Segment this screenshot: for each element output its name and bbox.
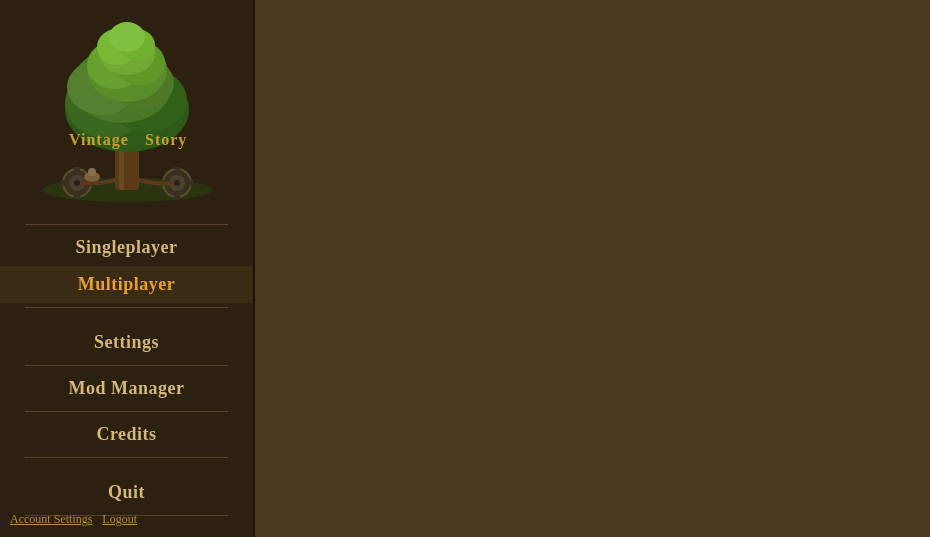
sidebar-item-mod-manager[interactable]: Mod Manager xyxy=(0,370,253,407)
server-name-row: Server Name xyxy=(305,101,880,131)
host-ip-row: Host / IP Address xyxy=(305,159,880,189)
svg-rect-12 xyxy=(174,194,180,199)
sidebar-item-multiplayer[interactable]: Multiplayer xyxy=(0,266,253,303)
server-name-label: Server Name xyxy=(305,108,525,125)
host-ip-input[interactable] xyxy=(525,159,745,189)
delete-button[interactable]: Delete xyxy=(560,287,650,323)
server-password-label: Server Password (if any) xyxy=(305,224,525,241)
svg-point-31 xyxy=(88,168,96,176)
sidebar: Vintage Story Singleplayer Multiplayer S… xyxy=(0,0,255,537)
page-title: Modify Server xyxy=(305,40,880,66)
svg-point-29 xyxy=(109,22,145,52)
nav-divider-2 xyxy=(25,365,227,366)
nav-divider-top xyxy=(25,224,227,225)
nav-divider-3 xyxy=(25,411,227,412)
logout-link[interactable]: Logout xyxy=(102,512,137,527)
sidebar-item-singleplayer[interactable]: Singleplayer xyxy=(0,229,253,266)
buttons-row: Cancel Delete Save xyxy=(305,287,880,323)
nav-group: Singleplayer Multiplayer Settings Mod Ma… xyxy=(0,220,253,520)
sidebar-item-quit[interactable]: Quit xyxy=(0,474,253,511)
svg-point-10 xyxy=(174,180,180,186)
server-name-input[interactable] xyxy=(525,101,745,131)
svg-rect-14 xyxy=(188,180,193,186)
game-logo: Vintage Story xyxy=(27,15,227,205)
save-button[interactable]: Save xyxy=(654,287,733,323)
sidebar-item-credits[interactable]: Credits xyxy=(0,416,253,453)
server-password-row: Server Password (if any) xyxy=(305,217,880,247)
logo-area: Vintage Story xyxy=(0,0,253,215)
bottom-links: Account Settings Logout xyxy=(10,512,137,527)
svg-text:Story: Story xyxy=(145,131,187,149)
server-password-input[interactable] xyxy=(525,217,745,247)
svg-text:Vintage: Vintage xyxy=(69,131,129,149)
svg-rect-6 xyxy=(61,180,66,186)
nav-divider-4 xyxy=(25,457,227,458)
svg-rect-5 xyxy=(74,194,80,199)
account-settings-link[interactable]: Account Settings xyxy=(10,512,92,527)
host-ip-label: Host / IP Address xyxy=(305,166,525,183)
cancel-button[interactable]: Cancel xyxy=(305,287,400,323)
svg-rect-4 xyxy=(74,167,80,172)
main-content: Modify Server Server Name Host / IP Addr… xyxy=(255,0,930,537)
nav-divider-mid xyxy=(25,307,227,308)
svg-point-3 xyxy=(74,180,80,186)
svg-rect-11 xyxy=(174,167,180,172)
sidebar-item-settings[interactable]: Settings xyxy=(0,324,253,361)
